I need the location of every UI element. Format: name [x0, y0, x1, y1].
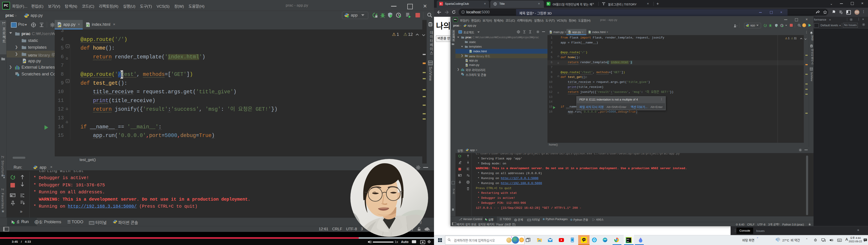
svg-text:H: H — [470, 51, 471, 53]
svg-text:TALK: TALK — [583, 239, 586, 240]
svg-text:H: H — [589, 32, 590, 33]
svg-text:PC: PC — [627, 239, 629, 241]
